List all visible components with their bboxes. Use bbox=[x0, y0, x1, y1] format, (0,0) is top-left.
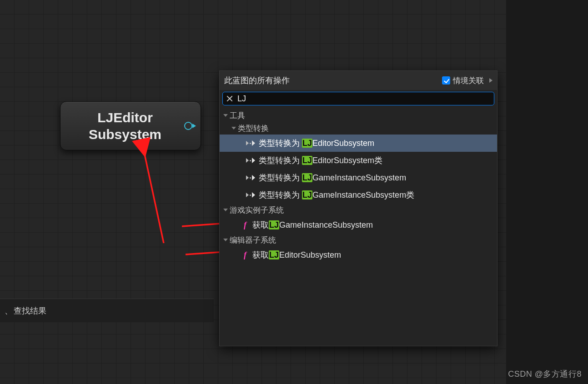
category-editor-subsystem[interactable]: 编辑器子系统 bbox=[220, 234, 497, 246]
item-cast-ljgameinstancesubsystem-class[interactable]: 类型转换为 LJGameInstanceSubsystem类 bbox=[220, 186, 497, 204]
checkbox-icon bbox=[442, 76, 450, 85]
popup-title: 此蓝图的所有操作 bbox=[224, 75, 438, 86]
expand-icon bbox=[223, 239, 228, 241]
cast-icon bbox=[246, 140, 255, 146]
item-label: 类型转换为 LJGameInstanceSubsystem bbox=[259, 172, 406, 183]
node-title-line2: Subsystem bbox=[89, 127, 161, 142]
context-label: 情境关联 bbox=[453, 75, 484, 86]
item-label: 获取LJEditorSubsystem bbox=[252, 249, 341, 260]
item-cast-ljeditorsubsystem-class[interactable]: 类型转换为 LJEditorSubsystem类 bbox=[220, 152, 497, 169]
context-sensitive-toggle[interactable]: 情境关联 bbox=[442, 75, 484, 86]
node-ljeditor-subsystem[interactable]: LJEditor Subsystem bbox=[60, 101, 201, 150]
item-label: 获取LJGameInstanceSubsystem bbox=[252, 219, 373, 230]
category-cast[interactable]: 类型转换 bbox=[220, 122, 497, 135]
find-results-label: 查找结果 bbox=[14, 305, 46, 316]
chevron-right-icon bbox=[489, 78, 493, 83]
node-title: LJEditor Subsystem bbox=[81, 109, 180, 143]
svg-line-0 bbox=[145, 155, 164, 243]
item-get-ljgameinstancesubsystem[interactable]: f 获取LJGameInstanceSubsystem bbox=[220, 216, 497, 234]
item-get-ljeditorsubsystem[interactable]: f 获取LJEditorSubsystem bbox=[220, 246, 497, 264]
function-icon: f bbox=[241, 250, 249, 260]
expand-icon bbox=[223, 114, 228, 117]
category-label: 工具 bbox=[230, 110, 245, 121]
search-box[interactable] bbox=[222, 92, 494, 105]
search-input[interactable] bbox=[237, 94, 491, 104]
expand-icon bbox=[223, 209, 228, 211]
category-game-instance-subsystem[interactable]: 游戏实例子系统 bbox=[220, 204, 497, 216]
action-menu-popup: 此蓝图的所有操作 情境关联 工具 类型转换 bbox=[219, 70, 498, 346]
clear-search-icon[interactable] bbox=[226, 95, 234, 103]
action-tree[interactable]: 工具 类型转换 类型转换为 LJEditorSubsystem 类型转换为 LJ… bbox=[220, 107, 497, 346]
right-panel bbox=[506, 0, 588, 384]
expand-icon bbox=[231, 127, 236, 130]
cast-icon bbox=[246, 158, 255, 163]
item-cast-ljgameinstancesubsystem[interactable]: 类型转换为 LJGameInstanceSubsystem bbox=[220, 169, 497, 186]
watermark: CSDN @多方通行8 bbox=[508, 369, 582, 379]
blueprint-graph-canvas[interactable]: LJEditor Subsystem 查找结果 此蓝图的所有操作 情境关联 bbox=[0, 0, 506, 384]
cast-icon bbox=[246, 192, 255, 198]
item-cast-ljeditorsubsystem[interactable]: 类型转换为 LJEditorSubsystem bbox=[220, 135, 497, 152]
cast-icon bbox=[246, 175, 255, 180]
category-label: 游戏实例子系统 bbox=[230, 205, 284, 215]
item-label: 类型转换为 LJEditorSubsystem类 bbox=[259, 155, 382, 166]
node-title-line1: LJEditor bbox=[97, 110, 153, 125]
popup-header: 此蓝图的所有操作 情境关联 bbox=[220, 71, 497, 90]
node-output-pin[interactable] bbox=[184, 122, 192, 130]
category-tools[interactable]: 工具 bbox=[220, 109, 497, 122]
category-label: 编辑器子系统 bbox=[230, 235, 276, 245]
category-label: 类型转换 bbox=[238, 123, 269, 134]
function-icon: f bbox=[241, 220, 249, 230]
item-label: 类型转换为 LJGameInstanceSubsystem类 bbox=[259, 190, 414, 200]
find-results-tab[interactable]: 查找结果 bbox=[0, 299, 214, 322]
item-label: 类型转换为 LJEditorSubsystem bbox=[259, 138, 374, 149]
